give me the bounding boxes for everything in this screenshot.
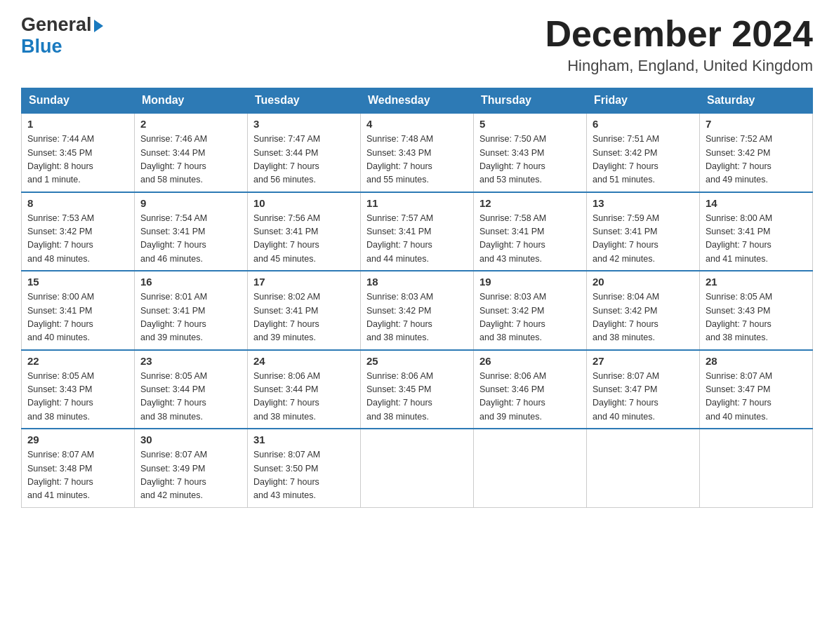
day-number: 11 [366,197,468,209]
day-number: 13 [593,197,694,209]
calendar-subtitle: Hingham, England, United Kingdom [545,57,813,75]
calendar-title: December 2024 [545,14,813,54]
day-info: Sunrise: 7:46 AMSunset: 3:44 PMDaylight:… [140,134,207,185]
day-info: Sunrise: 8:07 AMSunset: 3:47 PMDaylight:… [593,371,659,422]
calendar-cell: 10 Sunrise: 7:56 AMSunset: 3:41 PMDaylig… [248,192,361,271]
calendar-cell: 14 Sunrise: 8:00 AMSunset: 3:41 PMDaylig… [700,192,813,271]
calendar-cell: 2 Sunrise: 7:46 AMSunset: 3:44 PMDayligh… [135,113,248,192]
week-row-5: 29 Sunrise: 8:07 AMSunset: 3:48 PMDaylig… [22,429,813,507]
day-number: 1 [27,118,128,130]
day-info: Sunrise: 7:48 AMSunset: 3:43 PMDaylight:… [366,134,433,185]
header-tuesday: Tuesday [248,88,361,114]
day-number: 27 [593,355,694,367]
day-number: 4 [366,118,468,130]
calendar-cell: 6 Sunrise: 7:51 AMSunset: 3:42 PMDayligh… [587,113,700,192]
day-number: 18 [366,276,468,288]
day-info: Sunrise: 8:06 AMSunset: 3:46 PMDaylight:… [479,371,546,422]
day-info: Sunrise: 8:07 AMSunset: 3:50 PMDaylight:… [253,450,320,500]
day-number: 23 [140,355,241,367]
calendar-cell: 22 Sunrise: 8:05 AMSunset: 3:43 PMDaylig… [22,350,135,429]
day-number: 8 [27,197,128,209]
day-number: 29 [27,434,128,445]
calendar-cell: 29 Sunrise: 8:07 AMSunset: 3:48 PMDaylig… [22,429,135,507]
calendar-cell: 5 Sunrise: 7:50 AMSunset: 3:43 PMDayligh… [474,113,587,192]
calendar-cell: 30 Sunrise: 8:07 AMSunset: 3:49 PMDaylig… [135,429,248,507]
header-friday: Friday [587,88,700,114]
calendar-cell: 3 Sunrise: 7:47 AMSunset: 3:44 PMDayligh… [248,113,361,192]
day-info: Sunrise: 7:47 AMSunset: 3:44 PMDaylight:… [253,134,320,185]
calendar-cell: 16 Sunrise: 8:01 AMSunset: 3:41 PMDaylig… [135,271,248,350]
day-info: Sunrise: 8:07 AMSunset: 3:49 PMDaylight:… [140,450,207,500]
day-number: 31 [253,434,355,445]
day-number: 22 [27,355,128,367]
day-info: Sunrise: 7:54 AMSunset: 3:41 PMDaylight:… [140,213,207,264]
day-number: 3 [253,118,355,130]
calendar-cell: 27 Sunrise: 8:07 AMSunset: 3:47 PMDaylig… [587,350,700,429]
calendar-cell: 20 Sunrise: 8:04 AMSunset: 3:42 PMDaylig… [587,271,700,350]
calendar-cell: 21 Sunrise: 8:05 AMSunset: 3:43 PMDaylig… [700,271,813,350]
header-monday: Monday [135,88,248,114]
day-number: 26 [479,355,581,367]
calendar-cell: 12 Sunrise: 7:58 AMSunset: 3:41 PMDaylig… [474,192,587,271]
day-number: 16 [140,276,241,288]
day-info: Sunrise: 8:05 AMSunset: 3:43 PMDaylight:… [27,371,94,422]
day-info: Sunrise: 8:07 AMSunset: 3:47 PMDaylight:… [706,371,772,422]
day-info: Sunrise: 8:00 AMSunset: 3:41 PMDaylight:… [27,292,94,342]
week-row-3: 15 Sunrise: 8:00 AMSunset: 3:41 PMDaylig… [22,271,813,350]
day-number: 20 [593,276,694,288]
day-number: 7 [706,118,807,130]
calendar-cell [700,429,813,507]
header-sunday: Sunday [22,88,135,114]
day-number: 25 [366,355,468,367]
day-info: Sunrise: 8:07 AMSunset: 3:48 PMDaylight:… [27,450,94,500]
header-saturday: Saturday [700,88,813,114]
day-info: Sunrise: 8:05 AMSunset: 3:44 PMDaylight:… [140,371,207,422]
calendar-cell: 7 Sunrise: 7:52 AMSunset: 3:42 PMDayligh… [700,113,813,192]
logo-blue-text: Blue [21,36,62,57]
day-info: Sunrise: 7:50 AMSunset: 3:43 PMDaylight:… [479,134,546,185]
day-info: Sunrise: 8:06 AMSunset: 3:45 PMDaylight:… [366,371,433,422]
day-info: Sunrise: 8:03 AMSunset: 3:42 PMDaylight:… [479,292,546,342]
week-row-4: 22 Sunrise: 8:05 AMSunset: 3:43 PMDaylig… [22,350,813,429]
day-number: 21 [706,276,807,288]
calendar-cell: 23 Sunrise: 8:05 AMSunset: 3:44 PMDaylig… [135,350,248,429]
day-number: 14 [706,197,807,209]
day-info: Sunrise: 8:02 AMSunset: 3:41 PMDaylight:… [253,292,320,342]
calendar-cell: 13 Sunrise: 7:59 AMSunset: 3:41 PMDaylig… [587,192,700,271]
day-info: Sunrise: 8:06 AMSunset: 3:44 PMDaylight:… [253,371,320,422]
calendar-cell: 18 Sunrise: 8:03 AMSunset: 3:42 PMDaylig… [361,271,474,350]
day-number: 12 [479,197,581,209]
day-info: Sunrise: 8:05 AMSunset: 3:43 PMDaylight:… [706,292,772,342]
logo-general-text: General [21,14,92,36]
calendar-cell: 8 Sunrise: 7:53 AMSunset: 3:42 PMDayligh… [22,192,135,271]
calendar-cell: 1 Sunrise: 7:44 AMSunset: 3:45 PMDayligh… [22,113,135,192]
day-info: Sunrise: 7:58 AMSunset: 3:41 PMDaylight:… [479,213,546,264]
calendar-cell: 19 Sunrise: 8:03 AMSunset: 3:42 PMDaylig… [474,271,587,350]
calendar-cell [361,429,474,507]
calendar-cell: 4 Sunrise: 7:48 AMSunset: 3:43 PMDayligh… [361,113,474,192]
logo-triangle-icon [94,20,103,32]
calendar-cell [587,429,700,507]
day-info: Sunrise: 8:03 AMSunset: 3:42 PMDaylight:… [366,292,433,342]
day-info: Sunrise: 7:56 AMSunset: 3:41 PMDaylight:… [253,213,320,264]
day-number: 5 [479,118,581,130]
day-info: Sunrise: 7:59 AMSunset: 3:41 PMDaylight:… [593,213,659,264]
day-number: 17 [253,276,355,288]
calendar-cell: 9 Sunrise: 7:54 AMSunset: 3:41 PMDayligh… [135,192,248,271]
week-row-2: 8 Sunrise: 7:53 AMSunset: 3:42 PMDayligh… [22,192,813,271]
page-header: General Blue December 2024 Hingham, Engl… [21,14,813,75]
day-info: Sunrise: 7:53 AMSunset: 3:42 PMDaylight:… [27,213,94,264]
calendar-cell: 17 Sunrise: 8:02 AMSunset: 3:41 PMDaylig… [248,271,361,350]
calendar-table: SundayMondayTuesdayWednesdayThursdayFrid… [21,88,813,508]
calendar-cell: 15 Sunrise: 8:00 AMSunset: 3:41 PMDaylig… [22,271,135,350]
day-info: Sunrise: 8:00 AMSunset: 3:41 PMDaylight:… [706,213,772,264]
day-info: Sunrise: 8:01 AMSunset: 3:41 PMDaylight:… [140,292,207,342]
logo: General Blue [21,14,103,58]
day-number: 15 [27,276,128,288]
day-number: 2 [140,118,241,130]
calendar-cell: 25 Sunrise: 8:06 AMSunset: 3:45 PMDaylig… [361,350,474,429]
calendar-cell: 11 Sunrise: 7:57 AMSunset: 3:41 PMDaylig… [361,192,474,271]
calendar-cell: 28 Sunrise: 8:07 AMSunset: 3:47 PMDaylig… [700,350,813,429]
day-number: 19 [479,276,581,288]
day-number: 6 [593,118,694,130]
